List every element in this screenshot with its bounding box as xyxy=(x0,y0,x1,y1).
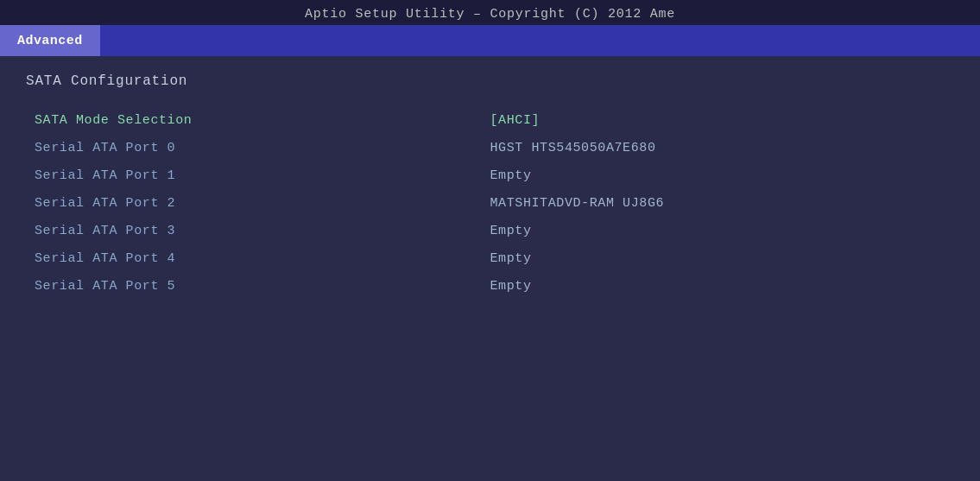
title-bar: Aptio Setup Utility – Copyright (C) 2012… xyxy=(0,0,980,25)
row-label-1: Serial ATA Port 0 xyxy=(26,134,490,161)
row-label-6: Serial ATA Port 5 xyxy=(26,272,490,300)
row-label-5: Serial ATA Port 4 xyxy=(26,244,490,272)
main-content: SATA Configuration SATA Mode Selection[A… xyxy=(0,56,980,481)
table-row: Serial ATA Port 5Empty xyxy=(26,272,954,300)
nav-bar: Advanced xyxy=(0,25,980,56)
table-row: Serial ATA Port 2MATSHITADVD-RAM UJ8G6 xyxy=(26,189,954,217)
table-row: Serial ATA Port 3Empty xyxy=(26,217,954,244)
title-text: Aptio Setup Utility – Copyright (C) 2012… xyxy=(305,7,675,22)
section-title: SATA Configuration xyxy=(26,73,954,89)
row-value-1: HGST HTS545050A7E680 xyxy=(490,134,955,161)
table-row[interactable]: SATA Mode Selection[AHCI] xyxy=(26,106,954,134)
bios-screen: Aptio Setup Utility – Copyright (C) 2012… xyxy=(0,0,980,481)
table-row: Serial ATA Port 0HGST HTS545050A7E680 xyxy=(26,134,954,161)
table-row: Serial ATA Port 4Empty xyxy=(26,244,954,272)
row-value-5: Empty xyxy=(490,244,955,272)
row-value-3: MATSHITADVD-RAM UJ8G6 xyxy=(490,189,955,217)
row-label-4: Serial ATA Port 3 xyxy=(26,217,490,244)
row-label-3: Serial ATA Port 2 xyxy=(26,189,490,217)
row-value-6: Empty xyxy=(490,272,955,300)
table-row: Serial ATA Port 1Empty xyxy=(26,161,954,189)
row-label-0: SATA Mode Selection xyxy=(26,106,490,134)
row-value-0: [AHCI] xyxy=(490,106,955,134)
row-value-2: Empty xyxy=(490,161,955,189)
config-table: SATA Mode Selection[AHCI]Serial ATA Port… xyxy=(26,106,954,300)
row-value-4: Empty xyxy=(490,217,955,244)
row-label-2: Serial ATA Port 1 xyxy=(26,161,490,189)
tab-advanced[interactable]: Advanced xyxy=(0,25,100,56)
